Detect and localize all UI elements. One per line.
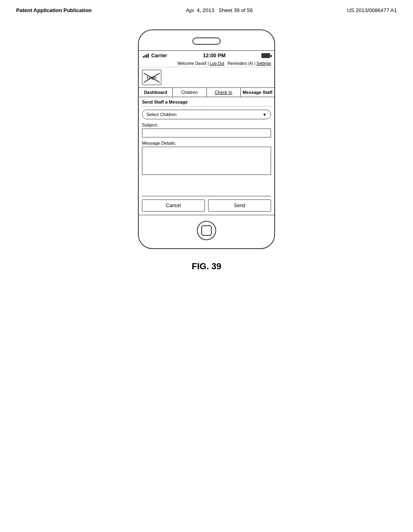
speaker (192, 37, 221, 45)
send-button[interactable]: Send (208, 200, 271, 212)
carrier-label: Carrier (151, 53, 167, 58)
signal-bar-4 (148, 54, 149, 58)
phone-mockup: Carrier 12:00 PM Welcome David! | Log Ou… (0, 29, 413, 249)
signal-bar-1 (143, 56, 144, 58)
app-content: Send Staff a Message Select Children ▼ S… (139, 97, 274, 214)
section-title: Send Staff a Message (142, 100, 271, 104)
battery-icon (261, 53, 270, 58)
status-time: 12:00 PM (203, 52, 225, 58)
select-children-label: Select Children (146, 112, 177, 117)
logo-text: Logo (147, 75, 156, 80)
logo-area: Logo (139, 67, 274, 88)
tab-dashboard[interactable]: Dashboard (139, 88, 173, 97)
message-textarea[interactable] (142, 147, 271, 175)
phone-top (139, 30, 274, 50)
tab-children[interactable]: Children (173, 88, 206, 97)
nav-tabs: Dashboard Children Check In Message Staf… (139, 88, 274, 97)
publication-label: Patent Application Publication (16, 7, 92, 13)
phone-bottom (139, 215, 274, 248)
settings-link[interactable]: Settings (257, 61, 271, 66)
phone-frame: Carrier 12:00 PM Welcome David! | Log Ou… (138, 29, 275, 249)
subject-label: Subject: (142, 123, 271, 127)
tab-checkin[interactable]: Check In (207, 88, 241, 97)
message-label: Message Details: (142, 141, 271, 145)
home-button[interactable] (197, 221, 216, 240)
action-buttons: Cancel Send (142, 196, 271, 212)
sheet-info: Apr. 4, 2013 Sheet 39 of 56 (186, 7, 253, 13)
status-bar: Carrier 12:00 PM (139, 50, 274, 60)
welcome-bar: Welcome David! | Log Out Reminders (4) |… (139, 60, 274, 67)
subject-input[interactable] (142, 129, 271, 137)
select-children-dropdown[interactable]: Select Children ▼ (142, 110, 271, 119)
patent-number: US 2013/0086477 A1 (347, 7, 397, 13)
signal-bar-2 (144, 55, 146, 58)
figure-caption: FIG. 39 (0, 261, 413, 272)
signal-bar-3 (146, 54, 147, 58)
status-left: Carrier (143, 53, 167, 58)
page-header: Patent Application Publication Apr. 4, 2… (0, 0, 413, 13)
logo-box: Logo (142, 70, 161, 85)
signal-bars (143, 54, 149, 58)
log-out-link[interactable]: Log Out (210, 61, 224, 66)
dropdown-arrow-icon: ▼ (263, 112, 267, 117)
spacer (142, 178, 271, 194)
tab-message-staff[interactable]: Message Staff (241, 88, 274, 97)
dashed-divider (142, 106, 271, 106)
home-button-inner (201, 225, 212, 236)
cancel-button[interactable]: Cancel (142, 200, 205, 212)
welcome-text: Welcome David! | Log Out Reminders (4) |… (177, 61, 271, 66)
